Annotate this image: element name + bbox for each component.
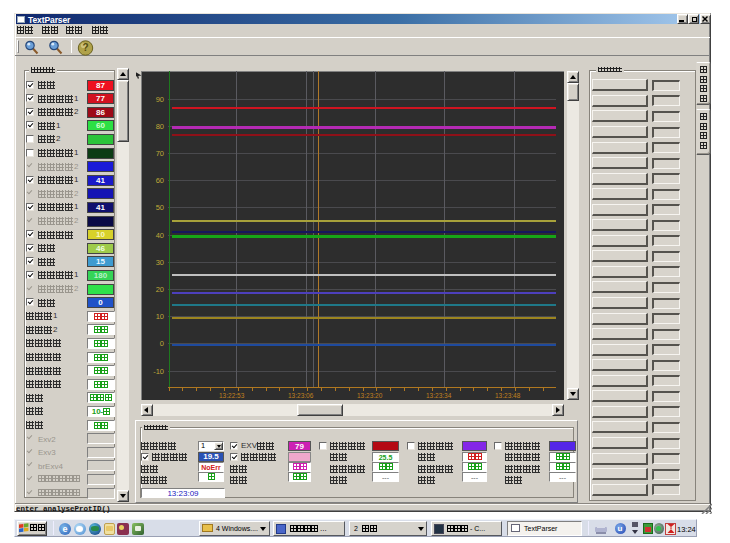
svg-text:?: ?	[82, 42, 88, 53]
